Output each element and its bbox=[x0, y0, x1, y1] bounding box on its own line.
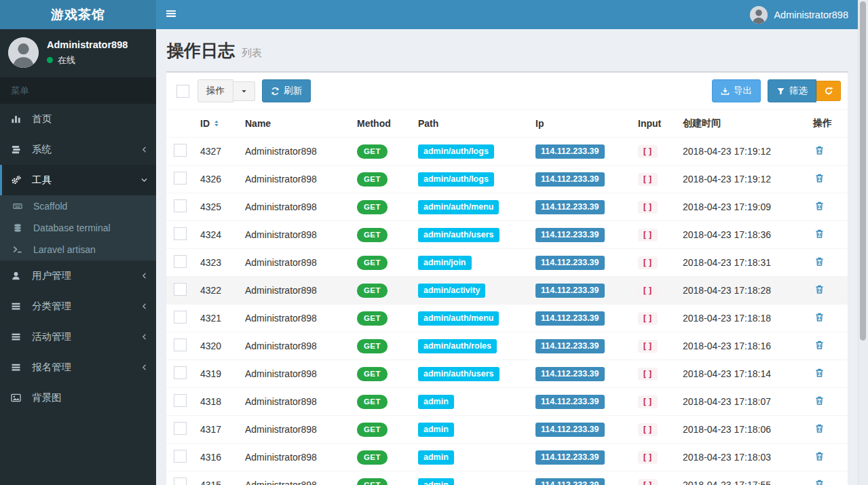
delete-button[interactable] bbox=[813, 394, 826, 409]
table-header-row: ID Name Method Path Ip Input 创建时间 操作 bbox=[166, 110, 848, 138]
ip-badge: 114.112.233.39 bbox=[535, 228, 605, 242]
row-checkbox[interactable] bbox=[174, 172, 187, 185]
path-badge: admin/auth/menu bbox=[418, 311, 499, 326]
sort-icon[interactable] bbox=[212, 119, 221, 128]
select-all-checkbox[interactable] bbox=[176, 85, 189, 98]
cell-id: 4327 bbox=[195, 138, 240, 166]
terminal-icon bbox=[13, 245, 29, 254]
sidebar-toggle-button[interactable] bbox=[156, 0, 186, 29]
table-row: 4319Administrator898GETadmin/auth/users1… bbox=[166, 360, 848, 388]
method-badge: GET bbox=[357, 256, 388, 270]
delete-button[interactable] bbox=[813, 450, 826, 465]
filter-icon bbox=[776, 87, 785, 96]
cell-name: Administrator898 bbox=[240, 332, 352, 360]
trash-icon bbox=[814, 201, 825, 211]
sidebar-item-user-management[interactable]: 用户管理 bbox=[0, 260, 156, 291]
sidebar-item-system[interactable]: 系统 bbox=[0, 134, 156, 165]
path-badge: admin bbox=[418, 395, 454, 409]
action-label: 操作 bbox=[206, 85, 225, 97]
scrollbar-thumb[interactable] bbox=[860, 1, 866, 341]
row-checkbox[interactable] bbox=[174, 478, 187, 485]
sidebar: 游戏茶馆 Administrator898 在线 菜单 首页系统工具Scaffo… bbox=[0, 0, 156, 485]
action-dropdown-button[interactable]: 操作 bbox=[197, 79, 233, 102]
row-checkbox[interactable] bbox=[174, 422, 187, 435]
column-method: Method bbox=[352, 110, 413, 138]
sidebar-item-home[interactable]: 首页 bbox=[0, 104, 156, 134]
delete-button[interactable] bbox=[813, 255, 826, 270]
sidebar-item-activity-management[interactable]: 活动管理 bbox=[0, 322, 156, 352]
delete-button[interactable] bbox=[813, 366, 826, 381]
row-checkbox[interactable] bbox=[174, 450, 187, 463]
delete-button[interactable] bbox=[813, 283, 826, 298]
table-toolbar: 操作 刷新 导出 筛选 bbox=[166, 73, 848, 109]
delete-button[interactable] bbox=[813, 338, 826, 353]
cell-name: Administrator898 bbox=[240, 471, 352, 485]
delete-button[interactable] bbox=[813, 199, 826, 214]
ip-badge: 114.112.233.39 bbox=[535, 311, 605, 326]
delete-button[interactable] bbox=[813, 144, 826, 159]
navbar-username: Administrator898 bbox=[774, 9, 848, 20]
sidebar-item-label: 活动管理 bbox=[32, 330, 140, 343]
table-row: 4322Administrator898GETadmin/activity114… bbox=[166, 277, 848, 305]
chevron-left-icon bbox=[140, 272, 148, 279]
filter-button[interactable]: 筛选 bbox=[768, 79, 816, 102]
delete-button[interactable] bbox=[813, 172, 826, 187]
method-badge: GET bbox=[357, 144, 388, 159]
path-badge: admin/auth/users bbox=[418, 367, 499, 381]
sidebar-item-tools[interactable]: 工具 bbox=[0, 165, 156, 195]
row-checkbox[interactable] bbox=[174, 311, 187, 324]
delete-button[interactable] bbox=[813, 311, 826, 326]
ip-badge: 114.112.233.39 bbox=[535, 200, 605, 214]
delete-button[interactable] bbox=[813, 422, 826, 437]
log-table-box: 操作 刷新 导出 筛选 bbox=[166, 71, 848, 485]
stack-icon bbox=[11, 144, 27, 155]
brand-logo[interactable]: 游戏茶馆 bbox=[0, 0, 156, 29]
cell-id: 4316 bbox=[195, 444, 240, 471]
delete-button[interactable] bbox=[813, 478, 826, 485]
path-badge: admin/auth/logs bbox=[418, 172, 494, 187]
refresh-button[interactable]: 刷新 bbox=[262, 79, 311, 102]
sidebar-user-panel: Administrator898 在线 bbox=[0, 29, 156, 77]
ip-badge: 114.112.233.39 bbox=[535, 172, 605, 187]
column-id: ID bbox=[200, 118, 210, 129]
row-checkbox[interactable] bbox=[174, 255, 187, 268]
input-code: [] bbox=[638, 284, 658, 297]
row-checkbox[interactable] bbox=[174, 366, 187, 379]
cell-created-at: 2018-04-23 17:18:28 bbox=[677, 277, 808, 305]
vertical-scrollbar[interactable] bbox=[858, 0, 868, 485]
navbar-user-menu[interactable]: Administrator898 bbox=[740, 0, 858, 29]
row-checkbox[interactable] bbox=[174, 338, 187, 351]
sidebar-username: Administrator898 bbox=[47, 39, 128, 50]
top-navbar: Administrator898 bbox=[156, 0, 858, 29]
row-checkbox[interactable] bbox=[174, 199, 187, 212]
row-checkbox[interactable] bbox=[174, 283, 187, 296]
sidebar-item-scaffold[interactable]: Scaffold bbox=[0, 195, 156, 217]
table-row: 4316Administrator898GETadmin114.112.233.… bbox=[166, 444, 848, 471]
sidebar-item-database-terminal[interactable]: Database terminal bbox=[0, 217, 156, 239]
input-code: [] bbox=[638, 201, 658, 214]
path-badge: admin bbox=[418, 423, 454, 437]
sidebar-item-background-image[interactable]: 背景图 bbox=[0, 383, 156, 413]
cell-name: Administrator898 bbox=[240, 138, 352, 166]
sidebar-item-registration-management[interactable]: 报名管理 bbox=[0, 352, 156, 383]
trash-icon bbox=[814, 479, 825, 485]
ip-badge: 114.112.233.39 bbox=[535, 284, 605, 298]
cell-id: 4318 bbox=[195, 388, 240, 416]
sidebar-item-label: Scaffold bbox=[33, 201, 148, 212]
delete-button[interactable] bbox=[813, 227, 826, 242]
trash-icon bbox=[814, 256, 825, 267]
log-table: ID Name Method Path Ip Input 创建时间 操作 432… bbox=[166, 109, 848, 485]
undo-button[interactable] bbox=[816, 81, 841, 101]
action-dropdown-toggle[interactable] bbox=[233, 81, 255, 101]
sidebar-menu-header: 菜单 bbox=[0, 77, 156, 104]
row-checkbox[interactable] bbox=[174, 394, 187, 407]
sidebar-item-category-management[interactable]: 分类管理 bbox=[0, 291, 156, 322]
sidebar-item-laravel-artisan[interactable]: Laravel artisan bbox=[0, 239, 156, 260]
cell-id: 4315 bbox=[195, 471, 240, 485]
row-checkbox[interactable] bbox=[174, 227, 187, 240]
status-label: 在线 bbox=[58, 54, 75, 66]
export-button[interactable]: 导出 bbox=[712, 79, 761, 102]
row-checkbox[interactable] bbox=[174, 144, 187, 157]
user-status[interactable]: 在线 bbox=[47, 54, 128, 66]
ip-badge: 114.112.233.39 bbox=[535, 395, 605, 409]
